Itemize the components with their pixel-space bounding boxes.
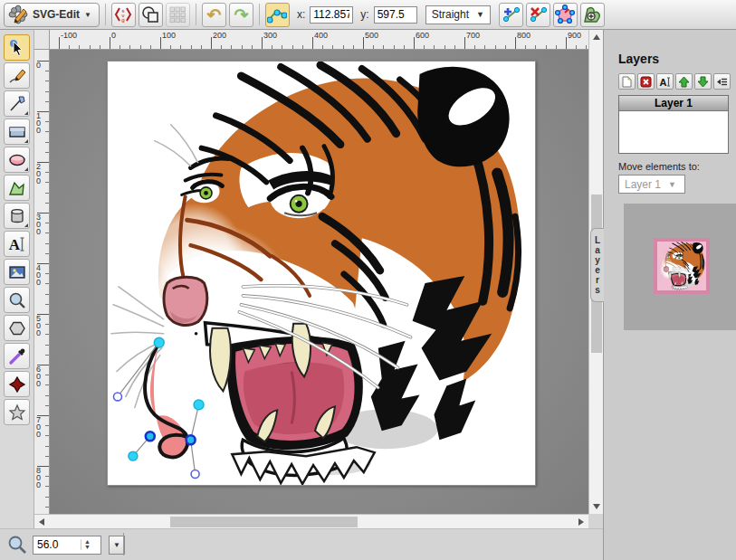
horizontal-scrollbar[interactable] (34, 514, 588, 528)
layer-options-button[interactable] (713, 73, 731, 90)
add-subpath-button[interactable] (580, 3, 605, 27)
horizontal-scroll-thumb[interactable] (170, 517, 358, 527)
arrow-up-green-icon (678, 76, 690, 88)
canvas-viewport[interactable] (50, 50, 588, 514)
move-layer-up-button[interactable] (675, 73, 693, 90)
x-coordinate-input[interactable] (310, 6, 353, 24)
spinner-arrows-icon[interactable]: ▲▼ (81, 539, 93, 550)
eyedropper-icon (8, 347, 26, 365)
scroll-left-button[interactable] (34, 515, 49, 529)
edit-path-fill[interactable] (150, 343, 186, 457)
segment-type-value: Straight (432, 8, 469, 21)
path-node[interactable] (154, 337, 164, 347)
tool-text[interactable]: A (4, 231, 30, 257)
undo-button[interactable]: ↶ (202, 3, 226, 27)
layer-buttons: A (618, 73, 736, 90)
add-subpath-icon (582, 5, 602, 24)
path-node-selected[interactable] (146, 432, 155, 441)
toolbar-separator (105, 4, 106, 25)
ruler-vertical: 01 0 02 0 03 0 04 0 05 0 06 0 07 0 08 0 … (34, 50, 50, 514)
zoom-level-spinner[interactable]: ▲▼ (33, 536, 101, 555)
scroll-down-button[interactable] (589, 499, 604, 514)
tool-star[interactable] (4, 399, 30, 425)
layers-title: Layers (618, 52, 736, 66)
layer-list: Layer 1 (618, 95, 729, 154)
new-layer-icon (621, 76, 633, 88)
delete-layer-icon (640, 76, 652, 88)
add-node-button[interactable] (499, 3, 523, 27)
tool-shape-library[interactable] (4, 203, 30, 229)
tools-toolbar: A (0, 30, 34, 528)
grid-button[interactable] (166, 3, 190, 27)
tool-pencil[interactable] (4, 62, 30, 89)
thumbnail-tiger-image (657, 242, 706, 290)
tool-ellipse[interactable] (4, 147, 30, 173)
footer-separator (123, 533, 124, 555)
maltese-cross-icon (8, 375, 26, 394)
scroll-right-button[interactable] (574, 515, 588, 529)
svg-source-icon: s v g (114, 5, 132, 24)
layer-list-body[interactable] (619, 111, 728, 153)
zoom-level-input[interactable] (33, 538, 81, 551)
redo-button[interactable]: ↷ (229, 3, 253, 27)
svg-text:A: A (8, 236, 20, 253)
tool-rectangle[interactable] (4, 119, 30, 145)
segment-type-select[interactable]: Straight ▼ (425, 5, 491, 24)
svg-edit-logo-icon (8, 5, 28, 24)
submenu-arrow-icon (24, 139, 28, 143)
path-node[interactable] (129, 451, 138, 460)
tool-eyedropper[interactable] (4, 343, 30, 369)
undo-icon: ↶ (206, 6, 221, 24)
arrow-down-green-icon (697, 76, 709, 88)
control-handle[interactable] (113, 393, 121, 401)
node-edit-icon (267, 5, 287, 24)
tool-line[interactable] (4, 90, 30, 117)
tool-shapes[interactable] (4, 371, 30, 397)
document-properties-button[interactable] (139, 3, 163, 27)
chevron-down-icon: ▼ (476, 10, 484, 19)
star-icon (8, 403, 26, 422)
add-node-icon (501, 5, 521, 24)
move-layer-down-button[interactable] (694, 73, 712, 90)
open-close-path-button[interactable] (553, 3, 578, 27)
tool-image[interactable] (4, 259, 30, 285)
footer-bar: ▲▼ ▼ (0, 528, 603, 560)
move-elements-select[interactable]: Layer 1 ▼ (618, 175, 685, 194)
delete-node-button[interactable] (526, 3, 550, 27)
cylinder-icon (8, 207, 26, 225)
arrow-right-icon (578, 518, 584, 526)
main-menu-button[interactable]: SVG-Edit ▼ (4, 3, 100, 27)
tool-polygon[interactable] (4, 315, 30, 341)
new-layer-button[interactable] (618, 73, 636, 90)
x-coordinate-label: x: (297, 8, 305, 21)
open-path-icon (555, 5, 575, 24)
edit-source-button[interactable]: s v g (111, 3, 136, 27)
scroll-up-button[interactable] (589, 30, 604, 44)
layers-panel-toggle[interactable]: Layers (590, 228, 604, 302)
node-edit-mode-button[interactable] (265, 3, 290, 27)
tool-select[interactable] (4, 34, 30, 61)
svg-text:A: A (660, 76, 667, 87)
path-node-selected[interactable] (186, 435, 196, 444)
tool-zoom[interactable] (4, 287, 30, 313)
canvas-page[interactable] (107, 61, 536, 486)
delete-layer-button[interactable] (637, 73, 655, 90)
canvas-thumbnail[interactable] (654, 238, 710, 294)
y-coordinate-input[interactable] (374, 6, 417, 24)
arrow-up-icon (593, 34, 600, 40)
layer-row-selected[interactable]: Layer 1 (619, 96, 728, 111)
preview-panel (624, 204, 736, 330)
control-handle[interactable] (191, 470, 199, 479)
submenu-arrow-icon (24, 167, 28, 171)
top-toolbar: SVG-Edit ▼ s v g (0, 0, 736, 30)
svg-text:g: g (122, 17, 125, 23)
magnifier-icon (8, 291, 26, 309)
ellipse-icon (8, 151, 26, 169)
main-menu-label: SVG-Edit (33, 8, 80, 21)
tool-path[interactable] (4, 175, 30, 201)
path-node[interactable] (194, 400, 204, 410)
ruler-horizontal: -1000100200300400500600700800900 (50, 30, 588, 50)
rename-layer-button[interactable]: A (656, 73, 674, 90)
submenu-arrow-icon (24, 111, 28, 115)
move-elements-value: Layer 1 (625, 178, 661, 191)
